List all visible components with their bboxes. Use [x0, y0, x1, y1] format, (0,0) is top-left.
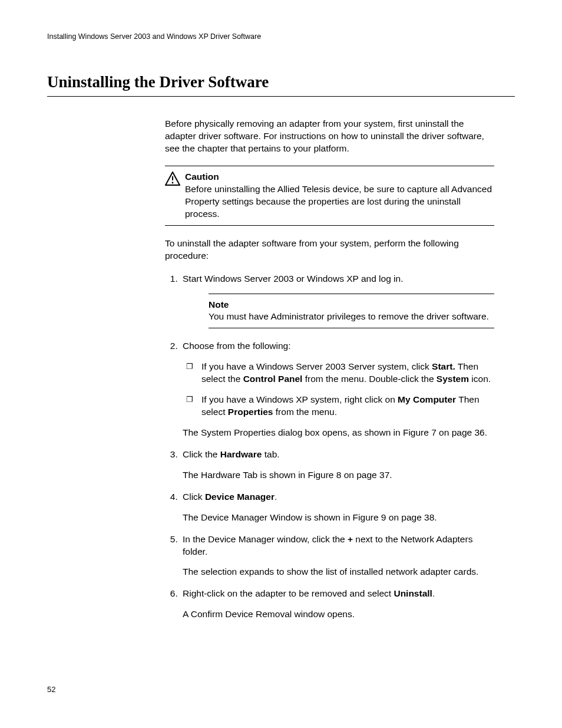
intro-paragraph: Before physically removing an adapter fr…: [165, 118, 494, 155]
note-callout: Note You must have Administrator privile…: [209, 294, 494, 329]
step-2-result: The System Properties dialog box opens, …: [183, 427, 494, 439]
running-header: Installing Windows Server 2003 and Windo…: [47, 32, 515, 42]
procedure-steps: Start Windows Server 2003 or Windows XP …: [165, 273, 494, 621]
step-3-result: The Hardware Tab is shown in Figure 8 on…: [183, 469, 494, 482]
step-6-result: A Confirm Device Removal window opens.: [183, 608, 494, 621]
step-2-option-a: If you have a Windows Server 2003 Server…: [186, 361, 494, 386]
step-6: Right-click on the adapter to be removed…: [180, 588, 494, 621]
caution-title: Caution: [185, 171, 494, 183]
page-number: 52: [47, 684, 55, 695]
warning-icon: [165, 172, 180, 189]
step-5: In the Device Manager window, click the …: [180, 533, 494, 579]
step-2-option-b: If you have a Windows XP system, right c…: [186, 394, 494, 419]
procedure-lead-in: To uninstall the adapter software from y…: [165, 238, 494, 262]
step-3: Click the Hardware tab. The Hardware Tab…: [180, 449, 494, 482]
step-2: Choose from the following: If you have a…: [180, 340, 494, 439]
step-2-options: If you have a Windows Server 2003 Server…: [183, 361, 494, 419]
section-title: Uninstalling the Driver Software: [47, 71, 515, 97]
document-page: Installing Windows Server 2003 and Windo…: [0, 0, 562, 728]
step-1: Start Windows Server 2003 or Windows XP …: [180, 273, 494, 329]
svg-point-2: [172, 182, 174, 184]
note-body: You must have Administrator privileges t…: [209, 311, 494, 323]
step-4-result: The Device Manager Window is shown in Fi…: [183, 512, 494, 524]
step-5-result: The selection expands to show the list o…: [183, 566, 494, 578]
step-4: Click Device Manager. The Device Manager…: [180, 491, 494, 524]
body-column: Before physically removing an adapter fr…: [165, 118, 494, 621]
step-2-lead: Choose from the following:: [183, 341, 291, 351]
caution-body: Before uninstalling the Allied Telesis d…: [185, 183, 494, 220]
note-title: Note: [209, 299, 494, 311]
step-1-text: Start Windows Server 2003 or Windows XP …: [183, 274, 403, 284]
caution-callout: Caution Before uninstalling the Allied T…: [165, 166, 494, 226]
